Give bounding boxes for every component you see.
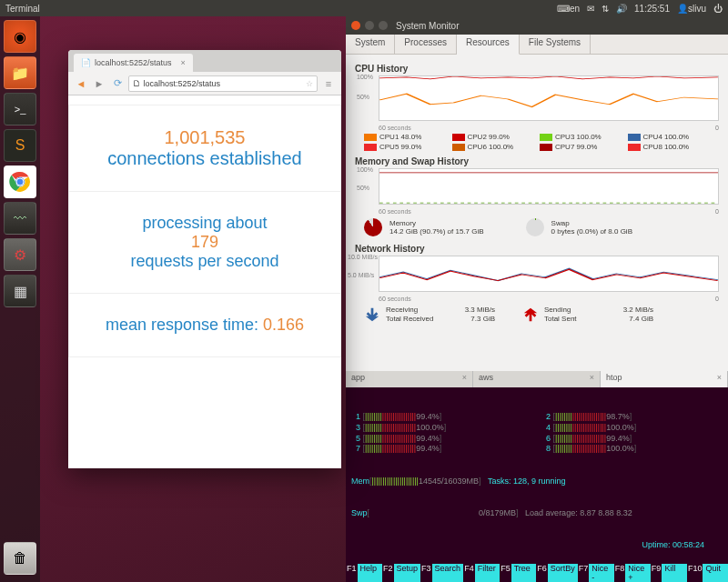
axis-label: 10.0 MiB/s [348,254,378,260]
tab-favicon: 📄 [81,58,91,67]
power-icon[interactable]: ⏻ [713,4,723,14]
fkey-label[interactable]: Filter [475,564,500,582]
top-menubar: Terminal ⌨ en ✉ ⇅ 🔊 11:25:51 👤 slivu ⏻ [0,0,728,16]
swap-pie-icon [526,218,544,236]
bookmark-star-icon[interactable]: ☆ [306,79,313,88]
tab-close-icon[interactable]: × [717,373,722,386]
send-rate: 3.2 MiB/s [623,306,653,314]
axis-label: 0 [715,125,719,131]
trash-icon[interactable]: 🗑 [4,542,36,575]
tab-close-icon[interactable]: × [590,373,594,386]
cpu-legend-item: CPU3 100.0% [540,133,622,141]
fkey-label[interactable]: Search [432,564,464,582]
chrome-icon[interactable] [4,166,36,198]
sysmon-tabs: System Processes Resources File Systems [346,35,728,55]
axis-label: 5.0 MiB/s [348,272,374,278]
terminal-tab-htop[interactable]: htop× [601,371,728,387]
net-history-title: Network History [355,244,719,254]
memory-label: Memory [389,219,484,227]
fkey-label[interactable]: SortBy [548,564,578,582]
terminal-window: app× aws× htop× 1 [|||||||||||||||||||||… [346,371,728,582]
axis-label: 60 seconds [379,208,411,215]
tab-close-icon[interactable]: × [181,58,186,67]
workspace-switcher-icon[interactable]: ▦ [4,275,36,307]
htop-cpu-bar: 1 [||||||||||||||||||||||||99.4%] [351,412,532,423]
fkey-num: F9 [651,564,662,582]
sublime-icon[interactable]: S [4,129,36,162]
fkey-label[interactable]: Quit [703,564,728,582]
fkey-label[interactable]: Nice - [589,564,614,582]
fkey-num: F5 [500,564,511,582]
network-icon[interactable]: ⇅ [602,4,609,14]
back-button[interactable]: ◄ [74,76,88,91]
tab-filesystems[interactable]: File Systems [520,35,591,54]
cpu-legend-item: CPU8 100.0% [628,143,711,151]
fkey-label[interactable]: Help [358,564,383,582]
files-icon[interactable]: 📁 [4,56,36,89]
chrome-tab[interactable]: 📄 localhost:5252/status × [74,54,193,72]
reload-button[interactable]: ⟳ [110,76,125,91]
fkey-num: F7 [578,564,590,582]
swap-label: Swap [551,219,632,227]
sysmon-titlebar: System Monitor [346,16,728,35]
htop-tasks: Tasks: 128, 9 running [488,477,566,486]
axis-label: 60 seconds [379,125,411,131]
send-total-label: Total Sent [544,315,577,323]
fkey-num: F4 [463,564,475,582]
fkey-label[interactable]: Kill [662,564,687,582]
menu-button[interactable]: ≡ [321,76,336,91]
terminal-tab-app[interactable]: app× [346,371,473,387]
window-close-icon[interactable] [351,21,360,30]
tab-system[interactable]: System [346,35,395,54]
volume-icon[interactable]: 🔊 [616,4,627,14]
cpu-legend-item: CPU6 100.0% [452,143,535,151]
forward-button[interactable]: ► [92,76,106,91]
fkey-label[interactable]: Setup [394,564,421,582]
mail-icon[interactable]: ✉ [587,4,594,14]
axis-label: 0 [715,208,719,215]
htop-uptime: Uptime: 00:58:24 [642,540,704,549]
fkey-label[interactable]: Tree [511,564,537,582]
window-minimize-icon[interactable] [365,21,374,30]
dash-icon[interactable]: ◉ [4,20,36,53]
mem-chart [379,168,719,205]
axis-label: 50% [357,94,369,100]
htop-output[interactable]: 1 [||||||||||||||||||||||||99.4%] 2 [|||… [346,387,728,582]
tab-resources[interactable]: Resources [457,35,520,55]
cpu-legend-item: CPU2 99.0% [452,133,535,141]
htop-cpu-bar: 4 [||||||||||||||||||||||||100.0%] [541,423,723,434]
tab-processes[interactable]: Processes [395,35,457,54]
fkey-num: F2 [382,564,394,582]
system-monitor-icon[interactable]: 〰 [4,202,36,235]
recv-label: Receiving [386,306,418,314]
svg-point-2 [16,178,24,186]
user-menu[interactable]: 👤 slivu [677,4,706,14]
cpu-history-title: CPU History [355,64,719,74]
rps-post: requests per second [78,252,331,271]
cpu-legend-item: CPU7 99.0% [540,143,622,151]
mem-history-title: Memory and Swap History [355,156,719,166]
page-icon: 🗋 [133,79,141,88]
terminal-tabs: app× aws× htop× [346,371,728,387]
recv-total: 7.3 GiB [470,315,495,323]
cpu-legend-item: CPU4 100.0% [628,133,711,141]
keyboard-indicator[interactable]: ⌨ en [557,4,580,14]
settings-icon[interactable]: ⚙ [4,238,36,271]
connections-value: 1,001,535 [78,127,331,148]
htop-cpu-bar: 3 [||||||||||||||||||||||||100.0%] [351,423,532,434]
chrome-viewport: 1,001,535 connections established proces… [68,105,341,357]
cpu-chart [379,75,719,121]
mem-legend: Memory14.2 GiB (90.7%) of 15.7 GiB Swap0… [355,215,719,240]
terminal-tab-aws[interactable]: aws× [473,371,601,387]
clock[interactable]: 11:25:51 [634,4,670,14]
terminal-icon[interactable]: >_ [4,93,36,125]
fkey-num: F1 [346,564,358,582]
address-bar[interactable]: 🗋 localhost:5252/status ☆ [128,75,318,92]
tab-title: localhost:5252/status [95,58,172,67]
window-maximize-icon[interactable] [379,21,388,30]
rps-pre: processing about [78,214,331,233]
axis-label: 60 seconds [379,296,411,302]
fkey-label[interactable]: Nice + [625,564,651,582]
tab-close-icon[interactable]: × [462,373,467,386]
system-monitor-window: System Monitor System Processes Resource… [346,16,728,371]
